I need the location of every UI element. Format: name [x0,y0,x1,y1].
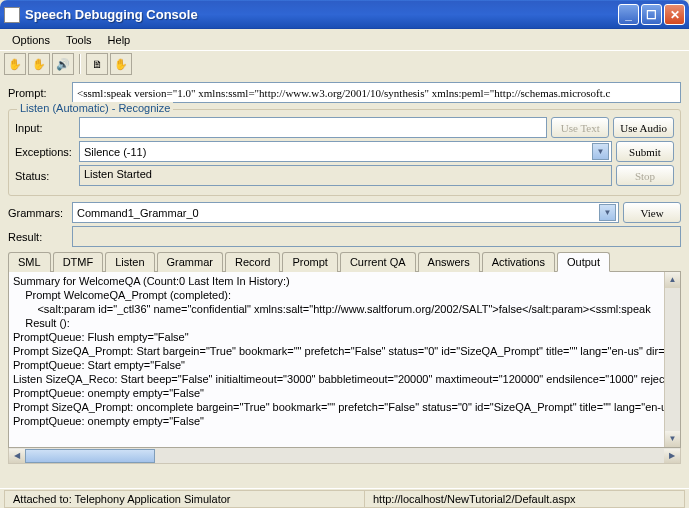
content-area: Prompt: Listen (Automatic) - Recognize I… [0,77,689,468]
output-line: Prompt WelcomeQA_Prompt (completed): [13,288,676,302]
toolbar: ✋ ✋ 🔊 🗎 ✋ [0,51,689,77]
view-button[interactable]: View [623,202,681,223]
tool-hand-2-icon[interactable]: ✋ [28,53,50,75]
listen-group-title: Listen (Automatic) - Recognize [17,102,173,114]
output-line: Listen SizeQA_Reco: Start beep="False" i… [13,372,676,386]
window-title: Speech Debugging Console [25,7,616,22]
toolbar-separator [79,54,81,74]
status-bar: Attached to: Telephony Application Simul… [0,488,689,508]
output-line: PromptQueue: onempty empty="False" [13,414,676,428]
tool-hand-3-icon[interactable]: ✋ [110,53,132,75]
submit-button[interactable]: Submit [616,141,674,162]
vertical-scrollbar[interactable] [664,272,680,447]
output-line: PromptQueue: onempty empty="False" [13,386,676,400]
status-url: http://localhost/NewTutorial2/Default.as… [364,490,685,508]
scroll-thumb[interactable] [25,449,155,463]
tab-current-qa[interactable]: Current QA [340,252,416,272]
output-line: Summary for WelcomeQA (Count:0 Last Item… [13,274,676,288]
exceptions-label: Exceptions: [15,146,75,158]
output-panel: Summary for WelcomeQA (Count:0 Last Item… [8,272,681,448]
app-icon [4,7,20,23]
scroll-left-icon[interactable]: ◀ [9,449,25,463]
exceptions-value: Silence (-11) [82,146,592,158]
prompt-label: Prompt: [8,87,68,99]
result-label: Result: [8,231,68,243]
tab-output[interactable]: Output [557,252,610,272]
tab-activations[interactable]: Activations [482,252,555,272]
tab-listen[interactable]: Listen [105,252,154,272]
result-field [72,226,681,247]
chevron-down-icon[interactable]: ▼ [592,143,609,160]
tab-sml[interactable]: SML [8,252,51,272]
stop-button[interactable]: Stop [616,165,674,186]
chevron-down-icon[interactable]: ▼ [599,204,616,221]
status-attached: Attached to: Telephony Application Simul… [4,490,364,508]
tool-doc-icon[interactable]: 🗎 [86,53,108,75]
use-audio-button[interactable]: Use Audio [613,117,674,138]
output-line: <salt:param id="_ctl36" name="confidenti… [13,302,676,316]
menu-tools[interactable]: Tools [58,32,100,48]
status-label: Status: [15,170,75,182]
minimize-button[interactable]: _ [618,4,639,25]
menu-help[interactable]: Help [100,32,139,48]
maximize-button[interactable]: ☐ [641,4,662,25]
tab-answers[interactable]: Answers [418,252,480,272]
tab-record[interactable]: Record [225,252,280,272]
tool-speaker-icon[interactable]: 🔊 [52,53,74,75]
scroll-right-icon[interactable]: ▶ [664,449,680,463]
close-button[interactable]: ✕ [664,4,685,25]
title-bar: Speech Debugging Console _ ☐ ✕ [0,0,689,29]
grammars-combo[interactable]: Command1_Grammar_0 ▼ [72,202,619,223]
input-label: Input: [15,122,75,134]
grammars-value: Command1_Grammar_0 [75,207,599,219]
output-line: Result (): [13,316,676,330]
output-line: PromptQueue: Flush empty="False" [13,330,676,344]
horizontal-scrollbar[interactable]: ◀ ▶ [8,448,681,464]
tab-strip: SMLDTMFListenGrammarRecordPromptCurrent … [8,251,681,272]
output-line: Prompt SizeQA_Prompt: Start bargein="Tru… [13,344,676,358]
exceptions-combo[interactable]: Silence (-11) ▼ [79,141,612,162]
tab-dtmf[interactable]: DTMF [53,252,104,272]
scroll-track[interactable] [25,449,664,463]
listen-group: Listen (Automatic) - Recognize Input: Us… [8,109,681,196]
output-line: PromptQueue: Start empty="False" [13,358,676,372]
menu-bar: Options Tools Help [0,29,689,51]
output-line: Prompt SizeQA_Prompt: oncomplete bargein… [13,400,676,414]
use-text-button[interactable]: Use Text [551,117,609,138]
tab-prompt[interactable]: Prompt [282,252,337,272]
status-field: Listen Started [79,165,612,186]
prompt-input[interactable] [72,82,681,103]
menu-options[interactable]: Options [4,32,58,48]
grammars-label: Grammars: [8,207,68,219]
input-field[interactable] [79,117,547,138]
tab-grammar[interactable]: Grammar [157,252,223,272]
tool-hand-1-icon[interactable]: ✋ [4,53,26,75]
